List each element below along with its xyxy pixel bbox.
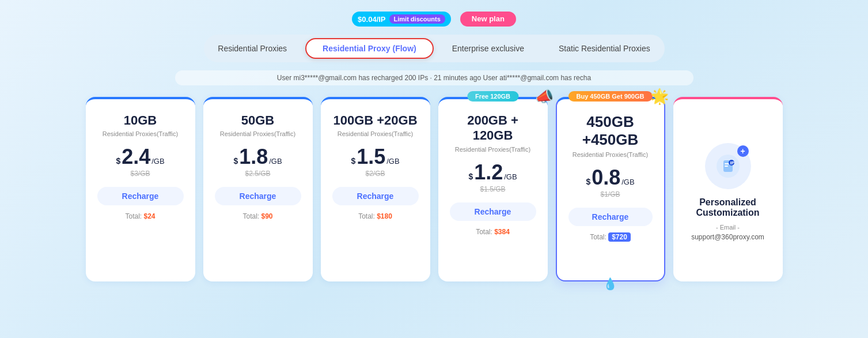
limit-badge: Limit discounts <box>389 14 445 24</box>
recharge-button[interactable]: Recharge <box>568 208 653 226</box>
new-plan-badge: New plan <box>460 12 516 27</box>
total-label: Total: <box>590 233 607 241</box>
plan-gb-label: 10GB <box>124 113 157 128</box>
tab-navigation: Residential Proxies Residential Proxy (F… <box>204 35 665 62</box>
price-row: $ 1.5 /GB <box>351 147 399 167</box>
plan-card-10gb: 10GB Residential Proxies(Traffic) $ 2.4 … <box>86 97 195 281</box>
price-main: 1.5 <box>357 147 385 167</box>
price-main: 0.8 <box>592 167 620 188</box>
custom-title: PersonalizedCustomization <box>696 197 759 218</box>
tab-residential-proxy-flow[interactable]: Residential Proxy (Flow) <box>305 38 434 59</box>
notification-text: User mi3*****@gmail.com has recharged 20… <box>277 74 591 82</box>
total-text: Total: $720 <box>590 233 631 241</box>
promo-badge-cyan: Free 120GB <box>467 91 518 102</box>
custom-email-label: - Email - <box>716 224 740 231</box>
price-original: $1/GB <box>600 190 620 198</box>
cards-container: 10GB Residential Proxies(Traffic) $ 2.4 … <box>23 97 845 281</box>
plan-type: Residential Proxies(Traffic) <box>220 130 295 137</box>
price-badge: $0.04/IP Limit discounts <box>352 12 451 27</box>
plan-gb-label: 100GB +20GB <box>333 113 417 128</box>
custom-icon: IP + <box>705 143 751 189</box>
price-main: 1.8 <box>239 147 268 167</box>
plan-card-100gb: 100GB +20GB Residential Proxies(Traffic)… <box>321 97 430 281</box>
recharge-button[interactable]: Recharge <box>215 187 301 205</box>
svg-rect-3 <box>725 166 728 167</box>
plan-card-200gb: Free 120GB 📣 200GB + 120GB Residential P… <box>438 97 548 281</box>
promo-badge-orange: Buy 450GB Get 900GB <box>568 91 653 102</box>
price-dollar: $ <box>468 172 473 181</box>
plan-gb-label: 450GB +450GB <box>568 113 653 149</box>
svg-rect-2 <box>725 163 729 164</box>
plan-type: Residential Proxies(Traffic) <box>338 130 413 137</box>
price-dollar: $ <box>586 177 590 186</box>
price-unit: /GB <box>269 157 282 166</box>
custom-email[interactable]: support@360proxy.com <box>691 233 764 241</box>
price-unit: /GB <box>504 172 517 181</box>
price-main: 2.4 <box>122 147 150 167</box>
total-price: $24 <box>144 212 156 220</box>
total-label: Total: <box>125 212 142 220</box>
emoji-decoration-star: 🌟 <box>650 88 669 106</box>
top-badges: $0.04/IP Limit discounts New plan <box>23 12 845 27</box>
price-dollar: $ <box>233 156 238 166</box>
svg-text:IP: IP <box>730 160 734 166</box>
price-dollar: $ <box>351 156 355 166</box>
tab-residential-proxies[interactable]: Residential Proxies <box>202 39 303 58</box>
price-original: $2/GB <box>365 170 385 178</box>
price-original: $1.5/GB <box>480 185 505 193</box>
plan-gb-label: 50GB <box>241 113 274 128</box>
plan-card-50gb: 50GB Residential Proxies(Traffic) $ 1.8 … <box>203 97 313 281</box>
plan-type: Residential Proxies(Traffic) <box>573 151 648 158</box>
price-row: $ 1.2 /GB <box>468 162 517 183</box>
custom-card: IP + PersonalizedCustomization - Email -… <box>673 97 783 281</box>
tab-static-residential-proxies[interactable]: Static Residential Proxies <box>543 39 666 58</box>
price-unit: /GB <box>621 178 634 186</box>
plan-gb-label: 200GB + 120GB <box>450 113 536 144</box>
total-text: Total: $384 <box>476 228 510 236</box>
total-price-highlighted: $720 <box>608 232 631 242</box>
total-label: Total: <box>476 228 492 236</box>
total-text: Total: $180 <box>358 212 392 220</box>
recharge-button[interactable]: Recharge <box>450 202 536 221</box>
plan-type: Residential Proxies(Traffic) <box>103 130 178 137</box>
tab-enterprise-exclusive[interactable]: Enterprise exclusive <box>436 39 540 58</box>
price-original: $2.5/GB <box>245 170 270 178</box>
page-wrapper: $0.04/IP Limit discounts New plan Reside… <box>0 0 868 338</box>
price-unit: /GB <box>151 157 164 166</box>
price-unit: /GB <box>386 157 399 166</box>
total-price: $90 <box>261 212 273 220</box>
price-main: 1.2 <box>474 162 503 183</box>
price-badge-amount: $0.04/IP <box>358 15 385 24</box>
plan-card-450gb: Buy 450GB Get 900GB 🌟 450GB +450GB Resid… <box>556 97 665 281</box>
price-row: $ 2.4 /GB <box>116 147 164 167</box>
water-drop-icon: 💧 <box>603 277 617 291</box>
price-original: $3/GB <box>130 170 150 178</box>
plus-icon: + <box>737 145 749 157</box>
total-price: $384 <box>494 228 510 236</box>
price-dollar: $ <box>116 156 120 166</box>
price-row: $ 1.8 /GB <box>233 147 282 167</box>
total-price: $180 <box>377 212 392 220</box>
notification-bar: User mi3*****@gmail.com has recharged 20… <box>175 70 693 85</box>
recharge-button[interactable]: Recharge <box>97 187 184 205</box>
plan-type: Residential Proxies(Traffic) <box>455 146 530 153</box>
total-text: Total: $90 <box>242 212 272 220</box>
emoji-decoration: 📣 <box>535 88 554 106</box>
total-label: Total: <box>242 212 259 220</box>
total-text: Total: $24 <box>125 212 155 220</box>
recharge-button[interactable]: Recharge <box>332 187 419 205</box>
price-row: $ 0.8 /GB <box>586 167 634 188</box>
total-label: Total: <box>358 212 375 220</box>
